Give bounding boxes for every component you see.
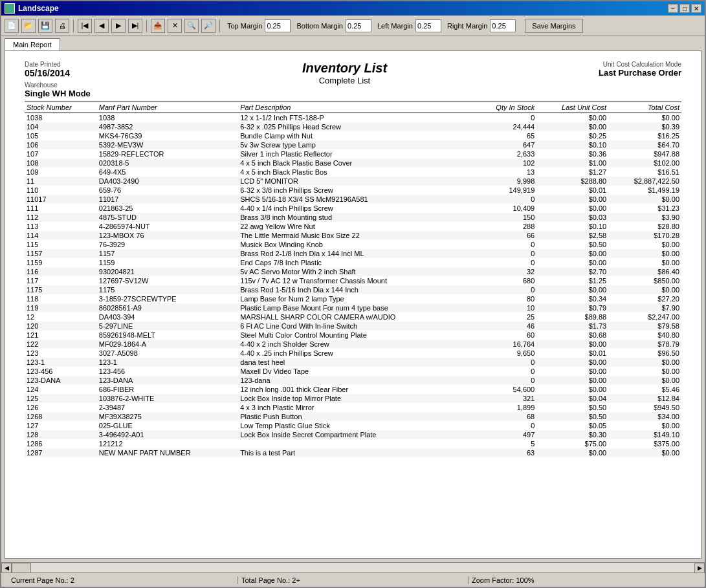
scroll-left-button[interactable]: ◀ xyxy=(1,563,12,573)
bottom-margin-input[interactable] xyxy=(346,19,371,32)
separator-2 xyxy=(146,19,147,32)
table-row: 104 4987-3852 6-32 x .025 Phillips Head … xyxy=(25,122,681,131)
cell-manf: 649-4X5 xyxy=(97,168,238,177)
prev-page-button[interactable]: ◀ xyxy=(94,19,109,33)
cell-manf: 659-76 xyxy=(97,186,238,195)
cancel-button[interactable]: ✕ xyxy=(168,19,182,33)
horizontal-scrollbar[interactable]: ◀ ▶ xyxy=(1,562,705,572)
cell-manf: DA403-2490 xyxy=(97,177,238,186)
cell-unit: $0.00 xyxy=(536,367,608,376)
cell-manf: 86028561-A9 xyxy=(97,303,238,312)
cell-manf: 127697-5V12W xyxy=(97,276,238,285)
cell-desc: 4 x 3 inch Plastic Mirror xyxy=(238,403,474,412)
cell-qty: 66 xyxy=(474,231,536,240)
report-scroll[interactable]: Date Printed 05/16/2014 Warehouse Single… xyxy=(5,51,701,558)
cell-qty: 46 xyxy=(474,321,536,331)
right-margin-input[interactable] xyxy=(490,19,516,32)
table-row: 114 123-MBOX 76 The Little Mermaid Music… xyxy=(25,231,681,240)
minimize-button[interactable]: − xyxy=(668,4,678,13)
cell-manf: 5-297LINE xyxy=(97,321,238,331)
cell-desc: 4 x 5 inch Black Plastic Base Cover xyxy=(238,158,474,168)
first-page-button[interactable]: |◀ xyxy=(78,19,92,33)
cell-unit: $0.68 xyxy=(536,331,608,340)
cell-stock: 106 xyxy=(25,140,97,149)
table-row: 106 5392-MEV3W 5v 3w Screw type Lamp 647… xyxy=(25,140,681,149)
main-report-tab[interactable]: Main Report xyxy=(5,38,60,50)
cell-desc: Lamp Base for Num 2 lamp Type xyxy=(238,294,474,303)
cell-total: $170.28 xyxy=(608,231,681,240)
cell-total: $0.00 xyxy=(608,367,681,376)
export-button[interactable]: 📤 xyxy=(151,19,165,33)
cell-desc: Brass Rod 1-5/16 Inch Dia x 144 Inch xyxy=(238,285,474,294)
table-row: 123 3027-A5098 4-40 x .25 inch Phillips … xyxy=(25,349,681,358)
col-manf-part: Manf Part Number xyxy=(97,102,238,113)
cell-total: $34.00 xyxy=(608,412,681,421)
close-button[interactable]: ✕ xyxy=(691,4,701,13)
cell-qty: 80 xyxy=(474,294,536,303)
cell-total: $16.51 xyxy=(608,168,681,177)
table-row: 117 127697-5V12W 115v / 7v AC 12 w Trans… xyxy=(25,276,681,285)
scroll-thumb[interactable] xyxy=(12,563,31,573)
cell-unit: $0.25 xyxy=(536,131,608,140)
cell-stock: 124 xyxy=(25,385,97,394)
new-button[interactable]: 📄 xyxy=(5,19,19,33)
left-margin-input[interactable] xyxy=(415,19,441,32)
cell-total: $40.80 xyxy=(608,331,681,340)
cell-desc: MARSHALL SHARP COLOR CAMERA w/AUDIO xyxy=(238,312,474,321)
table-row: 118 3-1859-27SCREWTYPE Lamp Base for Num… xyxy=(25,294,681,303)
cell-unit: $0.34 xyxy=(536,294,608,303)
cell-unit: $0.36 xyxy=(536,149,608,158)
cell-stock: 104 xyxy=(25,122,97,131)
cell-total: $28.80 xyxy=(608,222,681,231)
window-controls: − □ ✕ xyxy=(668,4,701,13)
cell-total: $27.20 xyxy=(608,294,681,303)
cell-desc: 6 Ft AC Line Cord With In-line Switch xyxy=(238,321,474,331)
cell-manf: 103876-2-WHITE xyxy=(97,394,238,403)
open-button[interactable]: 📂 xyxy=(21,19,36,33)
cell-manf: 1175 xyxy=(97,285,238,294)
cell-unit: $288.80 xyxy=(536,177,608,186)
cell-manf: 5392-MEV3W xyxy=(97,140,238,149)
cell-manf: 123-DANA xyxy=(97,376,238,385)
maximize-button[interactable]: □ xyxy=(679,4,690,13)
cell-total: $5.46 xyxy=(608,385,681,394)
cell-total: $0.00 xyxy=(608,240,681,249)
bottom-margin-label: Bottom Margin xyxy=(296,22,343,30)
cell-desc: Maxell Dv Video Tape xyxy=(238,367,474,376)
col-qty: Qty In Stock xyxy=(474,102,536,113)
next-page-button[interactable]: ▶ xyxy=(111,19,126,33)
print-button[interactable]: 🖨 xyxy=(55,19,69,33)
cell-stock: 110 xyxy=(25,186,97,195)
table-row: 124 686-FIBER 12 inch long .001 thick Cl… xyxy=(25,385,681,394)
zoom-button[interactable]: 🔎 xyxy=(201,19,215,33)
col-unit-cost: Last Unit Cost xyxy=(536,102,608,113)
scroll-track[interactable] xyxy=(12,563,694,573)
save-margins-button[interactable]: Save Margins xyxy=(525,19,582,33)
cell-unit: $0.00 xyxy=(536,195,608,204)
cell-qty: 5 xyxy=(474,439,536,448)
cell-qty: 63 xyxy=(474,448,536,457)
cell-manf: 15829-REFLECTOR xyxy=(97,149,238,158)
cell-manf: 123-1 xyxy=(97,358,238,367)
cell-desc: 4 x 5 inch Black Plastic Bos xyxy=(238,168,474,177)
scroll-right-button[interactable]: ▶ xyxy=(694,563,705,573)
table-row: 111 021863-25 4-40 x 1/4 inch Phillips S… xyxy=(25,204,681,213)
cell-qty: 288 xyxy=(474,222,536,231)
cell-qty: 0 xyxy=(474,376,536,385)
save-button[interactable]: 💾 xyxy=(38,19,52,33)
last-page-button[interactable]: ▶| xyxy=(128,19,142,33)
cell-desc: 123-dana xyxy=(238,376,474,385)
cell-total: $0.00 xyxy=(608,358,681,367)
cell-unit: $0.03 xyxy=(536,213,608,222)
cell-qty: 60 xyxy=(474,331,536,340)
cell-desc: Plastic Lamp Base Mount For num 4 type b… xyxy=(238,303,474,312)
cell-unit: $75.00 xyxy=(536,439,608,448)
cell-desc: dana test heel xyxy=(238,358,474,367)
cell-manf: 4-2865974-NUT xyxy=(97,222,238,231)
cell-unit: $0.50 xyxy=(536,403,608,412)
cell-manf: DA403-394 xyxy=(97,312,238,321)
cell-qty: 0 xyxy=(474,421,536,430)
search-button[interactable]: 🔍 xyxy=(184,19,199,33)
warehouse-label: Warehouse xyxy=(25,82,91,89)
top-margin-input[interactable] xyxy=(265,19,291,32)
